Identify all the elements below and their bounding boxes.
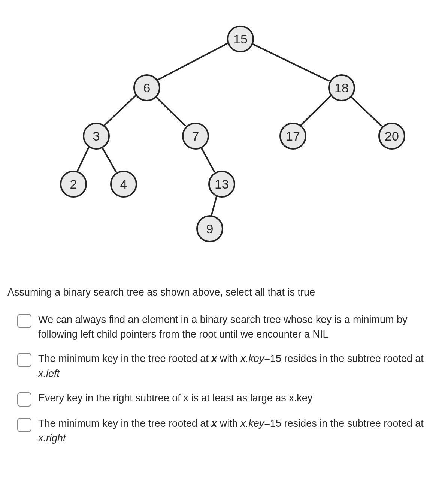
tree-node-3: 3 <box>83 123 110 150</box>
tree-node-2: 2 <box>60 171 87 198</box>
tree-node-6: 6 <box>133 74 160 101</box>
option-4-text: The minimum key in the tree rooted at x … <box>38 416 441 446</box>
svg-line-7 <box>101 145 116 172</box>
svg-line-3 <box>154 95 186 126</box>
option-1-text: We can always find an element in a binar… <box>38 312 441 342</box>
svg-line-8 <box>200 145 214 172</box>
option-3: Every key in the right subtree of x is a… <box>17 391 441 406</box>
answer-options: We can always find an element in a binar… <box>7 312 441 446</box>
svg-line-0 <box>156 43 228 81</box>
tree-node-20: 20 <box>378 123 405 150</box>
checkbox-option-3[interactable] <box>17 392 31 406</box>
tree-node-13: 13 <box>208 171 235 198</box>
question-prompt: Assuming a binary search tree as shown a… <box>7 285 441 300</box>
checkbox-option-2[interactable] <box>17 353 31 367</box>
svg-line-4 <box>300 95 332 126</box>
option-1: We can always find an element in a binar… <box>17 312 441 342</box>
tree-node-4: 4 <box>110 171 137 198</box>
checkbox-option-4[interactable] <box>17 418 31 432</box>
tree-node-9: 9 <box>196 215 223 242</box>
tree-node-7: 7 <box>182 123 209 150</box>
checkbox-option-1[interactable] <box>17 314 31 328</box>
tree-node-18: 18 <box>328 74 355 101</box>
svg-line-6 <box>77 146 90 172</box>
option-3-text: Every key in the right subtree of x is a… <box>38 391 312 405</box>
option-2: The minimum key in the tree rooted at x … <box>17 351 441 381</box>
option-2-text: The minimum key in the tree rooted at x … <box>38 351 441 381</box>
tree-node-15: 15 <box>227 26 254 52</box>
svg-line-2 <box>103 94 137 126</box>
svg-line-1 <box>250 43 329 81</box>
bst-tree-diagram: 1561837172024139 <box>37 4 411 251</box>
tree-node-17: 17 <box>279 123 306 150</box>
option-4: The minimum key in the tree rooted at x … <box>17 416 441 446</box>
svg-line-9 <box>211 194 217 216</box>
svg-line-5 <box>349 94 382 126</box>
